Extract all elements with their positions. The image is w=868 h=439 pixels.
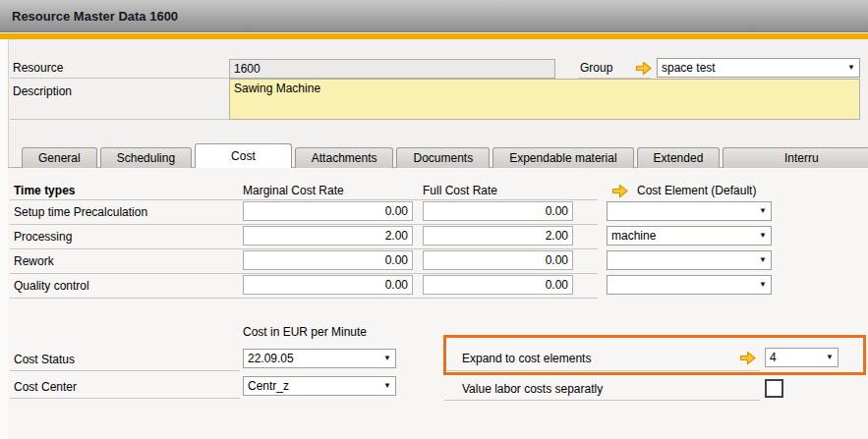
expand-underline — [444, 370, 760, 371]
cost-center-dropdown[interactable]: Centr_z ▼ — [243, 376, 396, 396]
value-labor-label: Value labor costs separatly — [462, 382, 603, 396]
value-labor-checkbox[interactable] — [765, 379, 783, 398]
marginal-rate-input[interactable] — [243, 201, 413, 221]
cost-center-value: Centr_z — [248, 379, 380, 393]
tab-documents[interactable]: Documents — [396, 147, 490, 168]
dropdown-arrow-icon: ▼ — [383, 382, 391, 390]
resource-master-data-window: Resource Master Data 1600 Resource Group… — [0, 0, 868, 439]
time-type-label: Setup time Precalculation — [14, 205, 147, 219]
row-separator — [10, 199, 598, 200]
cost-status-dropdown[interactable]: 22.09.05 ▼ — [243, 349, 396, 368]
cost-status-underline — [10, 370, 240, 371]
cost-element-dropdown[interactable]: machine ▼ — [607, 226, 772, 246]
tab-expendable-material[interactable]: Expendable material — [492, 147, 633, 168]
cost-element-header: Cost Element (Default) — [637, 184, 756, 197]
cost-unit-label: Cost in EUR per Minute — [243, 325, 367, 339]
cost-element-dropdown[interactable]: ▼ — [607, 201, 772, 221]
expand-link-arrow-icon[interactable] — [739, 351, 757, 365]
cost-element-dropdown[interactable]: ▼ — [607, 275, 772, 295]
dropdown-arrow-icon: ▼ — [759, 256, 767, 264]
resource-label-underline — [10, 78, 229, 79]
dropdown-arrow-icon: ▼ — [759, 232, 767, 240]
tab-scheduling[interactable]: Scheduling — [100, 147, 192, 168]
cost-center-label: Cost Center — [14, 380, 77, 394]
description-label-underline — [10, 119, 229, 120]
marginal-rate-input[interactable] — [243, 275, 413, 295]
group-value: space test — [662, 61, 844, 75]
time-types-header: Time types — [14, 184, 75, 197]
expand-to-cost-elements-label: Expand to cost elements — [462, 352, 591, 365]
time-type-label: Rework — [14, 254, 54, 268]
expand-value: 4 — [770, 351, 823, 364]
cost-element-dropdown[interactable]: ▼ — [607, 250, 772, 270]
dropdown-arrow-icon: ▼ — [759, 281, 767, 289]
expand-to-cost-elements-dropdown[interactable]: 4 ▼ — [765, 348, 839, 367]
tab-strip: General Scheduling Cost Attachments Docu… — [22, 143, 868, 168]
group-link-arrow-icon[interactable] — [635, 61, 653, 76]
time-type-label: Processing — [14, 230, 72, 244]
full-rate-input[interactable] — [423, 250, 573, 270]
window-title: Resource Master Data 1600 — [12, 0, 178, 32]
resource-label: Resource — [13, 61, 63, 75]
row-separator — [10, 298, 598, 299]
time-type-label: Quality control — [14, 279, 89, 293]
description-label: Description — [13, 84, 72, 98]
tab-general[interactable]: General — [22, 147, 97, 168]
group-dropdown[interactable]: space test ▼ — [657, 58, 860, 78]
row-separator — [10, 224, 598, 225]
marginal-rate-input[interactable] — [243, 226, 413, 246]
full-rate-input[interactable] — [423, 226, 573, 246]
resource-input[interactable] — [229, 59, 555, 79]
description-input[interactable]: Sawing Machine — [229, 79, 860, 120]
tab-extended[interactable]: Extended — [637, 147, 721, 168]
cost-element-value: machine — [611, 229, 756, 243]
marginal-cost-rate-header: Marginal Cost Rate — [243, 184, 344, 197]
marginal-rate-input[interactable] — [243, 250, 413, 270]
tab-interruptions[interactable]: Interru — [723, 147, 868, 168]
full-cost-rate-header: Full Cost Rate — [423, 184, 497, 197]
group-label: Group — [580, 61, 612, 75]
cost-element-link-arrow-icon[interactable] — [611, 184, 629, 198]
cost-status-label: Cost Status — [14, 353, 75, 366]
row-separator — [10, 248, 598, 249]
full-rate-input[interactable] — [423, 275, 573, 295]
accent-gold-bar — [0, 33, 868, 39]
tab-attachments[interactable]: Attachments — [295, 147, 394, 168]
dropdown-arrow-icon: ▼ — [759, 207, 767, 215]
dropdown-arrow-icon: ▼ — [826, 354, 834, 361]
dropdown-arrow-icon: ▼ — [383, 355, 391, 362]
cost-status-value: 22.09.05 — [248, 352, 380, 365]
window-titlebar[interactable]: Resource Master Data 1600 — [0, 0, 868, 32]
row-separator — [10, 273, 598, 274]
tab-cost[interactable]: Cost — [195, 143, 292, 168]
value-labor-underline — [444, 400, 760, 401]
left-gutter — [0, 39, 8, 439]
dropdown-arrow-icon: ▼ — [847, 64, 855, 72]
cost-center-underline — [10, 398, 240, 399]
full-rate-input[interactable] — [423, 201, 573, 221]
